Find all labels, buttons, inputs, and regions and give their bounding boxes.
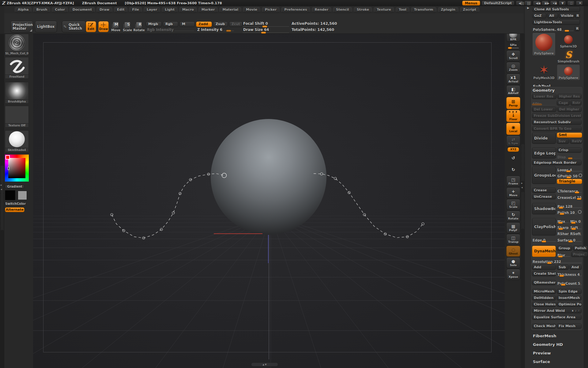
dynamesh-and-button[interactable]: And xyxy=(570,265,582,270)
menus-toggle-button[interactable]: Menus xyxy=(462,1,480,6)
left-tray-divider[interactable]: ▸ ◂ xyxy=(0,34,4,368)
menu-document[interactable]: Document xyxy=(70,7,95,13)
menu-tool[interactable]: Tool xyxy=(396,7,409,13)
geometry-section-header[interactable]: Geometry xyxy=(532,88,582,94)
lsym-button[interactable]: ⇄L.Sym xyxy=(506,136,520,147)
del-higher-button[interactable]: Del Higher xyxy=(557,107,582,112)
focal-shift-slider[interactable]: Focal Shift 0 xyxy=(243,21,268,26)
scale-mode-button[interactable]: S Scale xyxy=(123,22,132,32)
menu-stroke[interactable]: Stroke xyxy=(354,7,372,13)
dynamesh-sub-button[interactable]: Sub xyxy=(557,265,569,270)
rsoft-slider[interactable]: RSoft xyxy=(570,230,582,236)
reconstruct-subdiv-button[interactable]: Reconstruct Subdiv xyxy=(532,120,582,125)
default-zscript-button[interactable]: DefaultZScript xyxy=(481,1,514,6)
blur-slider[interactable]: Blur xyxy=(557,252,570,257)
aahalf-button[interactable]: ◧AAHalf xyxy=(506,85,520,96)
loops-slider[interactable]: Loops 4 xyxy=(557,167,582,172)
del-lower-button[interactable]: Del Lower xyxy=(532,107,556,112)
canvas-scrollbar[interactable]: ▲ ▼ xyxy=(251,362,278,366)
xpose-button[interactable]: ✶Xpose xyxy=(506,269,520,280)
surface-slider[interactable]: Surface 0 xyxy=(557,237,582,242)
local-button[interactable]: ◉Local xyxy=(506,123,520,135)
lightbox-button[interactable]: LightBox xyxy=(35,21,57,33)
gpolish-slider[interactable]: GPolish 50 xyxy=(557,173,578,178)
menu-layer[interactable]: Layer xyxy=(144,7,160,13)
rstr-button[interactable]: Rstr xyxy=(571,100,582,105)
spix-slider[interactable]: SPix xyxy=(506,42,520,50)
tool-r-button[interactable]: R xyxy=(575,26,580,31)
higher-res-button[interactable]: Higher Res xyxy=(557,94,582,99)
spin-edge-button[interactable]: Spin Edge xyxy=(557,289,582,294)
geometry-hd-section-header[interactable]: Geometry HD xyxy=(532,342,580,347)
triangle-toggle[interactable]: Triangle xyxy=(557,179,582,184)
draw-mode-button[interactable]: Draw xyxy=(98,21,109,32)
edit-mode-button[interactable]: Edit xyxy=(86,21,96,32)
polish-toggle-icon[interactable] xyxy=(578,210,582,214)
tray-open-icon[interactable]: ▸ xyxy=(1,183,2,186)
lightbox-tools-button[interactable]: Lightbox▸Tools xyxy=(532,20,580,25)
optimize-points-button[interactable]: Optimize Poi xyxy=(557,302,582,307)
scroll-down-icon[interactable]: ▼ xyxy=(265,363,266,366)
menu-file[interactable]: File xyxy=(129,7,142,13)
goz-button[interactable]: GoZ xyxy=(532,13,546,18)
menu-draw[interactable]: Draw xyxy=(96,7,112,13)
actual-button[interactable]: x1Actual xyxy=(506,74,520,85)
alpha-thumbnail[interactable]: BrushAlpha xyxy=(5,82,29,104)
tray-expand-icon[interactable]: ▸ xyxy=(521,182,523,185)
xyz-button[interactable]: XYZ xyxy=(507,147,519,152)
persp-button[interactable]: ⊞Persp xyxy=(506,97,520,109)
thickness-slider[interactable]: Thickness 4 xyxy=(557,271,582,276)
fibermesh-section-header[interactable]: FiberMesh xyxy=(532,333,580,339)
ctolerance-slider[interactable]: CTolerance xyxy=(557,188,582,193)
menu-edit[interactable]: Edit xyxy=(114,7,127,13)
polish-slider[interactable]: Polish 10 xyxy=(557,209,577,214)
z-intensity-slider[interactable]: Z Intensity 6 xyxy=(197,28,222,32)
menu-transform[interactable]: Transform xyxy=(411,7,436,13)
smt-toggle[interactable]: Smt xyxy=(557,132,582,138)
polysphere-tool[interactable]: PolySphere xyxy=(557,64,580,80)
res-slider[interactable]: Res 128 xyxy=(557,203,582,208)
preview-section-header[interactable]: Preview xyxy=(532,350,580,356)
check-mesh-button[interactable]: Check Mesh xyxy=(532,324,556,329)
scale-tool-button[interactable]: ◰Scale xyxy=(506,199,520,210)
menu-preferences[interactable]: Preferences xyxy=(281,7,310,13)
ghost-button[interactable]: ◌Ghost xyxy=(506,246,520,257)
focal-shift-handle[interactable] xyxy=(262,25,267,28)
clone-all-subtools-button[interactable]: Clone All SubTools xyxy=(532,7,580,12)
menu-render[interactable]: Render xyxy=(312,7,332,13)
disp-slider[interactable]: Disp xyxy=(557,154,582,159)
sdiv-slider[interactable]: SDiv xyxy=(532,100,556,105)
menu-texture[interactable]: Texture xyxy=(374,7,394,13)
menu-material[interactable]: Material xyxy=(219,7,241,13)
draw-size-handle[interactable] xyxy=(261,32,266,34)
creaselvl-slider[interactable]: CreaseLvl 15 xyxy=(557,194,582,199)
z-intensity-handle[interactable] xyxy=(226,30,231,32)
sphere3d-tool[interactable]: Sphere3D xyxy=(557,33,580,48)
mirror-and-weld-button[interactable]: x y z Mirror And Weld xyxy=(532,308,582,313)
alternate-button[interactable]: Alternate xyxy=(5,207,24,212)
rotate-mode-button[interactable]: R Rotate xyxy=(134,22,144,32)
cage-button[interactable]: Cage xyxy=(557,100,570,105)
tray-close-icon[interactable]: ◂ xyxy=(1,188,2,191)
color-picker[interactable] xyxy=(5,155,29,182)
solo-button[interactable]: ●Solo xyxy=(506,257,520,268)
dynamesh-group-button[interactable]: Group xyxy=(557,246,572,251)
active-tool-thumbnail[interactable]: PolySphere xyxy=(532,33,556,56)
dynamesh-polish-button[interactable]: Polish xyxy=(573,246,588,251)
menu-alpha[interactable]: Alpha xyxy=(15,7,32,13)
groupsloops-button[interactable]: GroupsLoops xyxy=(532,167,556,184)
tray-collapse-icon[interactable]: ◂ xyxy=(521,186,523,189)
goz-all-button[interactable]: All xyxy=(547,13,558,18)
zoom-button[interactable]: ◎Zoom xyxy=(506,62,520,73)
polycount-slider[interactable]: PolyCount 5 xyxy=(557,280,582,285)
menu-zplugin[interactable]: Zplugin xyxy=(438,7,458,13)
m-button[interactable]: M xyxy=(179,21,195,27)
rgb-intensity-slider[interactable]: Rgb Intensity xyxy=(147,28,174,32)
spix-handle[interactable] xyxy=(508,47,512,49)
dynamesh-button[interactable]: DynaMesh xyxy=(532,246,556,257)
micromesh-button[interactable]: MicroMesh xyxy=(532,289,556,294)
divide-button[interactable]: Divide xyxy=(532,132,556,144)
resolution-slider[interactable]: Resolution 232 xyxy=(532,258,582,263)
create-shell-button[interactable]: Create Shell xyxy=(532,271,556,276)
menu-macro[interactable]: Macro xyxy=(179,7,197,13)
